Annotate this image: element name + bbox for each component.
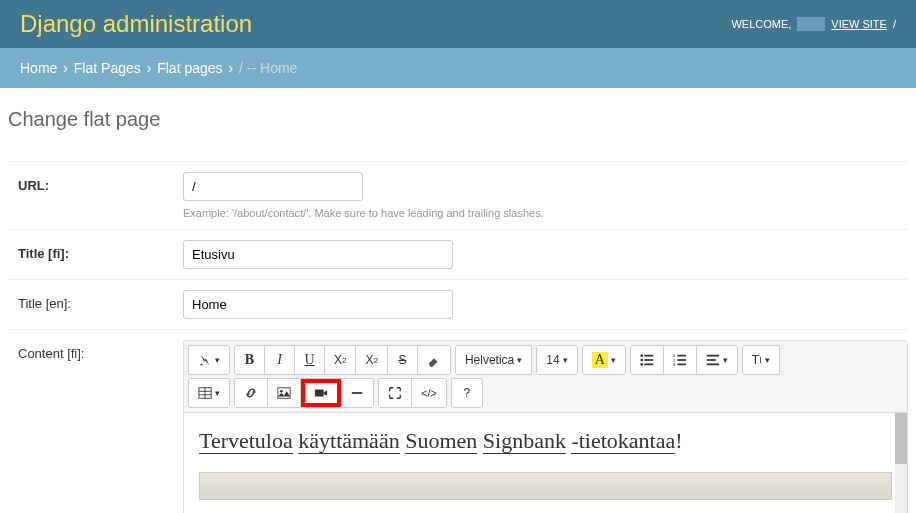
svg-point-4 bbox=[640, 363, 643, 366]
hr-button[interactable] bbox=[341, 379, 373, 407]
svg-rect-11 bbox=[677, 364, 686, 366]
editor-content[interactable]: Tervetuloa käyttämään Suomen Signbank -t… bbox=[184, 413, 907, 513]
underline-button[interactable]: U bbox=[295, 346, 325, 374]
breadcrumb-sep: › bbox=[147, 60, 152, 76]
page-title: Change flat page bbox=[8, 108, 908, 131]
site-title: Django administration bbox=[20, 10, 252, 38]
link-button[interactable] bbox=[235, 379, 268, 407]
font-family-button[interactable]: Helvetica▾ bbox=[456, 346, 531, 374]
picture-button[interactable] bbox=[268, 379, 301, 407]
breadcrumb-flatpages-app[interactable]: Flat Pages bbox=[74, 60, 141, 76]
svg-rect-7 bbox=[677, 355, 686, 357]
richtext-editor: ▾ B I U X2 X2 S Helvetica▾ bbox=[183, 340, 908, 513]
svg-rect-13 bbox=[707, 359, 716, 361]
view-site-link[interactable]: VIEW SITE bbox=[831, 18, 887, 30]
svg-rect-9 bbox=[677, 359, 686, 361]
bold-button[interactable]: B bbox=[235, 346, 265, 374]
content-fi-row: Content [fi]: ▾ B I U X2 X2 S bbox=[8, 330, 908, 513]
strikethrough-button[interactable]: S bbox=[388, 346, 418, 374]
welcome-heading: Tervetuloa käyttämään Suomen Signbank -t… bbox=[199, 428, 892, 454]
breadcrumb-sep: › bbox=[228, 60, 233, 76]
eraser-button[interactable] bbox=[418, 346, 450, 374]
breadcrumb-current: / -- Home bbox=[239, 60, 297, 76]
title-fi-label: Title [fi]: bbox=[8, 240, 183, 267]
style-button[interactable]: ▾ bbox=[189, 346, 229, 374]
svg-rect-21 bbox=[315, 390, 324, 397]
ordered-list-button[interactable]: 123 bbox=[664, 346, 697, 374]
scrollbar[interactable] bbox=[895, 413, 907, 513]
video-button[interactable] bbox=[301, 379, 341, 407]
superscript-button[interactable]: X2 bbox=[325, 346, 356, 374]
breadcrumb-sep: › bbox=[63, 60, 68, 76]
title-en-label: Title [en]: bbox=[8, 290, 183, 317]
title-fi-row: Title [fi]: bbox=[8, 230, 908, 280]
svg-text:3: 3 bbox=[673, 362, 676, 367]
video-placeholder bbox=[199, 472, 892, 500]
username-redacted bbox=[797, 17, 825, 31]
font-size-button[interactable]: 14▾ bbox=[537, 346, 576, 374]
url-input[interactable] bbox=[183, 172, 363, 201]
font-color-button[interactable]: A▾ bbox=[583, 346, 625, 374]
table-button[interactable]: ▾ bbox=[189, 379, 229, 407]
svg-rect-19 bbox=[278, 388, 290, 399]
paragraph-button[interactable]: TI▾ bbox=[743, 346, 779, 374]
url-row: URL: Example: '/about/contact/'. Make su… bbox=[8, 161, 908, 230]
svg-point-2 bbox=[640, 359, 643, 362]
user-links: WELCOME, VIEW SITE / bbox=[731, 17, 896, 31]
breadcrumb: Home › Flat Pages › Flat pages › / -- Ho… bbox=[0, 48, 916, 88]
breadcrumb-home[interactable]: Home bbox=[20, 60, 57, 76]
svg-point-20 bbox=[280, 390, 283, 393]
url-label: URL: bbox=[8, 172, 183, 199]
svg-rect-3 bbox=[644, 359, 653, 361]
breadcrumb-flatpages[interactable]: Flat pages bbox=[157, 60, 222, 76]
separator: / bbox=[893, 18, 896, 30]
editor-toolbar: ▾ B I U X2 X2 S Helvetica▾ bbox=[184, 341, 907, 413]
url-help: Example: '/about/contact/'. Make sure to… bbox=[183, 207, 908, 219]
header: Django administration WELCOME, VIEW SITE… bbox=[0, 0, 916, 48]
title-fi-input[interactable] bbox=[183, 240, 453, 269]
subscript-button[interactable]: X2 bbox=[356, 346, 387, 374]
welcome-text: WELCOME, bbox=[731, 18, 791, 30]
title-en-row: Title [en]: bbox=[8, 280, 908, 330]
content: Change flat page URL: Example: '/about/c… bbox=[0, 88, 916, 513]
svg-rect-22 bbox=[352, 392, 363, 394]
fullscreen-button[interactable] bbox=[379, 379, 412, 407]
title-en-input[interactable] bbox=[183, 290, 453, 319]
svg-rect-12 bbox=[707, 355, 719, 357]
svg-point-0 bbox=[640, 354, 643, 357]
italic-button[interactable]: I bbox=[265, 346, 295, 374]
align-button[interactable]: ▾ bbox=[697, 346, 737, 374]
help-button[interactable]: ? bbox=[452, 379, 482, 407]
unordered-list-button[interactable] bbox=[631, 346, 664, 374]
svg-rect-1 bbox=[644, 355, 653, 357]
svg-rect-5 bbox=[644, 364, 653, 366]
svg-rect-14 bbox=[707, 364, 719, 366]
content-fi-label: Content [fi]: bbox=[8, 340, 183, 367]
codeview-button[interactable]: </> bbox=[412, 379, 446, 407]
